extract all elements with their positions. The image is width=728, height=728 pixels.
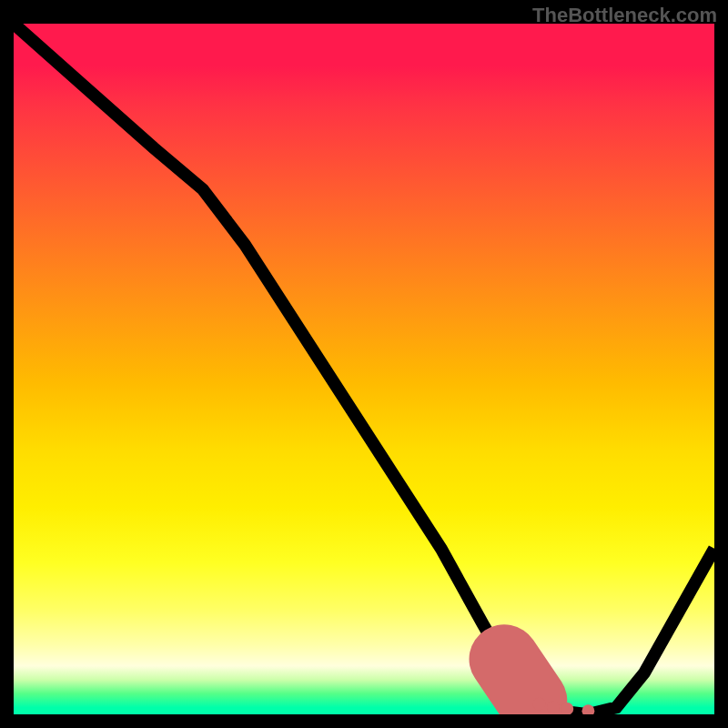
highlight-dot <box>581 704 594 714</box>
highlight-segment <box>504 659 532 701</box>
highlight-dot <box>533 698 546 711</box>
watermark-text: TheBottleneck.com <box>532 4 717 27</box>
chart-curve-svg <box>14 24 714 714</box>
highlight-dot <box>547 702 560 714</box>
bottleneck-curve <box>14 24 714 714</box>
chart-plot-area <box>14 24 714 714</box>
